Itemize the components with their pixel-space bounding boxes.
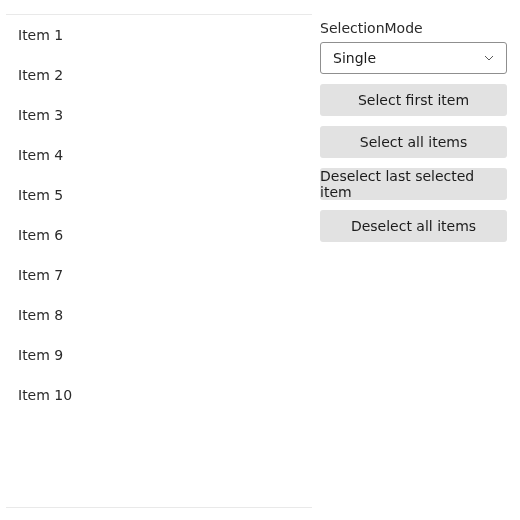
list-item[interactable]: Item 5 [6, 175, 312, 215]
list-item[interactable]: Item 3 [6, 95, 312, 135]
list-item-label: Item 10 [18, 387, 72, 403]
list-item-label: Item 9 [18, 347, 63, 363]
list-item[interactable]: Item 2 [6, 55, 312, 95]
select-first-item-button[interactable]: Select first item [320, 84, 507, 116]
list-item-label: Item 7 [18, 267, 63, 283]
list-item-label: Item 2 [18, 67, 63, 83]
list-item-label: Item 5 [18, 187, 63, 203]
list-item-label: Item 8 [18, 307, 63, 323]
list-item[interactable]: Item 1 [6, 15, 312, 55]
list-item-label: Item 1 [18, 27, 63, 43]
item-list: Item 1 Item 2 Item 3 Item 4 Item 5 Item … [6, 14, 312, 508]
chevron-down-icon [482, 51, 496, 65]
selection-mode-label: SelectionMode [320, 20, 508, 36]
selection-mode-dropdown[interactable]: Single [320, 42, 507, 74]
button-label: Select all items [360, 134, 467, 150]
list-item[interactable]: Item 4 [6, 135, 312, 175]
list-item[interactable]: Item 7 [6, 255, 312, 295]
button-label: Deselect last selected item [320, 168, 507, 200]
root-pane: Item 1 Item 2 Item 3 Item 4 Item 5 Item … [0, 0, 520, 520]
selection-mode-value: Single [333, 50, 376, 66]
deselect-all-items-button[interactable]: Deselect all items [320, 210, 507, 242]
list-item[interactable]: Item 8 [6, 295, 312, 335]
deselect-last-item-button[interactable]: Deselect last selected item [320, 168, 507, 200]
button-label: Deselect all items [351, 218, 476, 234]
list-item-label: Item 4 [18, 147, 63, 163]
list-item-label: Item 6 [18, 227, 63, 243]
list-item[interactable]: Item 9 [6, 335, 312, 375]
list-item-label: Item 3 [18, 107, 63, 123]
list-item[interactable]: Item 10 [6, 375, 312, 415]
list-item[interactable]: Item 6 [6, 215, 312, 255]
select-all-items-button[interactable]: Select all items [320, 126, 507, 158]
controls-pane: SelectionMode Single Select first item S… [320, 20, 508, 242]
button-label: Select first item [358, 92, 469, 108]
